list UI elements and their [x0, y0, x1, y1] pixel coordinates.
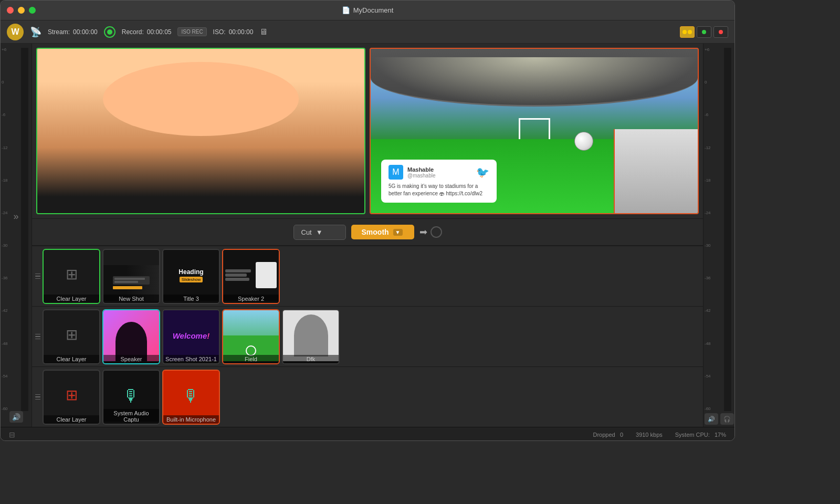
main-area: +6 0 -6 -12 -18 -24 -30 -36 -42 -48 -54 … [1, 44, 734, 427]
tweet-handle: @mashable [407, 173, 436, 178]
stadium-lights [371, 57, 698, 107]
transition-bar: Cut ▼ Smooth ▼ ➡ [32, 218, 703, 246]
view-dot-green [702, 30, 706, 34]
vu-r-n6: -6 [705, 113, 711, 117]
monitor-icon[interactable]: 🖥 [259, 27, 268, 37]
cut-chevron: ▼ [316, 228, 323, 236]
scene-card-label-title-3: Title 3 [163, 295, 219, 303]
dropped-value: 0 [620, 432, 623, 438]
iso-label: ISO: [213, 28, 226, 36]
scene-card-label-clear-1: Clear Layer [44, 295, 99, 303]
vu-scale-left: +6 0 -6 -12 -18 -24 -30 -36 -42 -48 -54 … [2, 48, 8, 411]
clear-layer-content: ⊞ [44, 250, 99, 301]
inset-person-photo [615, 129, 698, 213]
new-shot-bar [113, 286, 142, 289]
scene-card-builtin-mic[interactable]: 🎙 Built-in Microphone [162, 370, 220, 425]
program-person-face [37, 49, 364, 213]
maximize-button[interactable] [29, 7, 36, 14]
heading-text: Heading [178, 268, 203, 276]
record-dot [107, 29, 112, 35]
person-inset [614, 129, 698, 213]
vu-r-n60: -60 [705, 407, 711, 411]
view-dot-red [719, 30, 723, 34]
scene-card-clear-layer-1[interactable]: ⊞ Clear Layer [43, 249, 100, 304]
vu-label-n60: -60 [2, 407, 8, 411]
statusbar-icon: ⊟ [9, 430, 15, 439]
record-time: 00:00:05 [147, 28, 172, 36]
headphone-button[interactable]: 🎧 [720, 413, 734, 425]
dropped-indicator: Dropped 0 [593, 432, 624, 438]
tweet-text: 5G is making it's way to stadiums for a … [388, 183, 489, 197]
scene-card-speaker-1[interactable]: Speaker [102, 309, 160, 364]
vu-r-n12: -12 [705, 146, 711, 150]
speaker-output-button[interactable]: 🔊 [705, 413, 718, 425]
record-button[interactable] [104, 26, 116, 38]
handle-line [35, 334, 40, 335]
scene-card-new-shot[interactable]: New Shot [102, 249, 160, 304]
scene-card-dfk[interactable]: Dfk [282, 309, 340, 364]
speaker2-avatar [256, 262, 277, 288]
vu-r-n30: -30 [705, 244, 711, 248]
microphone-icon: 🎙 [123, 386, 140, 406]
scene-card-screenshot[interactable]: Welcome! Screen Shot 2021-1 [162, 309, 220, 364]
scene-card-label-field: Field [223, 355, 279, 363]
scene-card-speaker-2[interactable]: Speaker 2 [222, 249, 280, 304]
bitrate-value: 3910 kbps [636, 432, 663, 438]
vu-bar-right [724, 48, 731, 411]
heading-card-content: Heading Slideshow [163, 250, 219, 301]
scene-card-clear-layer-3[interactable]: ⊞ Clear Layer [43, 370, 100, 425]
handle-line [35, 396, 40, 397]
view-btn-3[interactable] [713, 26, 728, 38]
mashable-logo: M [388, 165, 403, 180]
smooth-label: Smooth [362, 228, 389, 236]
speaker2-text [225, 269, 254, 281]
layers-icon-2: ⊞ [66, 326, 78, 343]
scene-card-sys-audio[interactable]: 🎙 System Audio Captu [102, 370, 160, 425]
vu-r-n54: -54 [705, 374, 711, 379]
cpu-value: 17% [715, 432, 726, 438]
vu-r-p6: +6 [705, 48, 711, 52]
smooth-button[interactable]: Smooth ▼ [351, 225, 414, 239]
view-dot-yellow [682, 30, 687, 34]
preview-program[interactable] [36, 48, 365, 214]
app-logo[interactable]: W [7, 24, 24, 40]
iso-indicator: ISO: 00:00:00 [213, 28, 254, 36]
view-btn-1[interactable] [680, 26, 695, 38]
scene-card-clear-layer-2[interactable]: ⊞ Clear Layer [43, 309, 100, 364]
cpu-indicator: System CPU: 17% [675, 432, 726, 438]
view-btn-2[interactable] [697, 26, 711, 38]
close-button[interactable] [7, 7, 14, 14]
handle-line [35, 278, 40, 279]
scene-card-label-speaker1: Speaker [103, 355, 159, 363]
scene-card-title-3[interactable]: Heading Slideshow Title 3 [162, 249, 220, 304]
dfk-content [283, 310, 339, 361]
row-2-handle[interactable] [34, 332, 40, 342]
row-3-handle[interactable] [34, 392, 40, 402]
vu-r-n36: -36 [705, 276, 711, 280]
preview-output[interactable]: M Mashable @mashable 🐦 5G is making it's… [370, 48, 699, 214]
scene-card-label-screenshot: Screen Shot 2021-1 [163, 355, 219, 363]
handle-line [35, 274, 40, 275]
program-gradient [37, 49, 364, 213]
vu-r-n48: -48 [705, 342, 711, 346]
expand-left-icon[interactable]: » [13, 211, 18, 221]
tweet-overlay: M Mashable @mashable 🐦 5G is making it's… [381, 160, 497, 203]
iso-rec-label: ISO REC [181, 29, 203, 35]
tweet-account: Mashable @mashable [407, 166, 436, 178]
screenshot-content: Welcome! [163, 310, 219, 361]
scenes-area: ⊞ Clear Layer [32, 246, 703, 427]
transition-arrow: ➡ [419, 226, 442, 238]
handle-line [35, 336, 40, 337]
vu-label-n54: -54 [2, 374, 8, 379]
speaker-mute-button[interactable]: 🔊 [9, 411, 23, 423]
minimize-button[interactable] [18, 7, 25, 14]
scene-card-field[interactable]: Field [222, 309, 280, 364]
record-indicator: Record: 00:00:05 [122, 28, 172, 36]
vu-label-p6: +6 [2, 48, 8, 52]
vu-bar-left [21, 48, 28, 411]
cut-dropdown[interactable]: Cut ▼ [293, 225, 346, 240]
row-1-handle[interactable] [34, 271, 40, 281]
scene-row-2: ⊞ Clear Layer Speaker Welcome! Scr [32, 306, 703, 366]
handle-line [35, 399, 40, 400]
iso-time: 00:00:00 [229, 28, 254, 36]
